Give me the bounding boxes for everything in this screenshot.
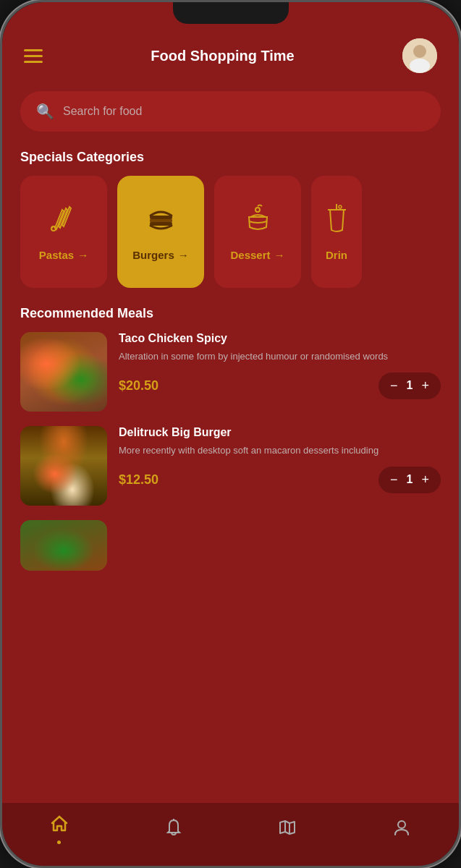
quantity-control-burger[interactable]: − 1 +	[378, 467, 441, 493]
phone-frame: Food Shopping Time 🔍 S	[0, 0, 461, 868]
pastas-icon	[48, 203, 80, 242]
svg-rect-6	[150, 219, 172, 222]
meal-name-burger: Delitruck Big Burger	[119, 426, 441, 439]
menu-button[interactable]	[24, 49, 43, 63]
meal-bottom-taco: $20.50 − 1 +	[119, 373, 441, 399]
search-bar[interactable]: 🔍 Search for food	[20, 91, 441, 132]
svg-rect-3	[414, 61, 426, 67]
dessert-icon	[242, 203, 274, 242]
qty-decrease-burger[interactable]: −	[390, 472, 398, 488]
meal-info-taco: Taco Chicken Spicy Alteration in some fo…	[119, 332, 441, 399]
category-pastas[interactable]: Pastas →	[20, 176, 107, 288]
svg-point-13	[398, 821, 405, 828]
map-icon	[278, 818, 297, 841]
app-content: Food Shopping Time 🔍 S	[2, 2, 459, 866]
qty-increase-burger[interactable]: +	[421, 472, 429, 488]
meal-item-burger: Delitruck Big Burger More recently with …	[20, 426, 441, 506]
home-active-dot	[57, 841, 61, 844]
nav-notifications[interactable]	[164, 818, 183, 841]
avatar[interactable]	[402, 38, 437, 73]
category-drinks[interactable]: Drin	[311, 176, 362, 288]
qty-increase-taco[interactable]: +	[421, 378, 429, 393]
meal-info-burger: Delitruck Big Burger More recently with …	[119, 426, 441, 493]
burgers-label: Burgers →	[132, 249, 189, 261]
nav-map[interactable]	[278, 818, 297, 841]
category-dessert[interactable]: Dessert →	[214, 176, 301, 288]
burgers-icon	[145, 203, 177, 242]
quantity-control-taco[interactable]: − 1 +	[378, 373, 441, 399]
meal-price-taco: $20.50	[119, 378, 158, 393]
nav-home[interactable]	[50, 814, 69, 844]
meal-name-taco: Taco Chicken Spicy	[119, 332, 441, 345]
taco-image	[20, 332, 107, 412]
search-container: 🔍 Search for food	[2, 84, 459, 146]
notification-icon	[164, 818, 183, 841]
search-placeholder: Search for food	[63, 105, 142, 118]
meal-item-third	[20, 520, 441, 571]
meals-section: Recommended Meals Taco Chicken Spicy Alt…	[2, 302, 459, 803]
category-burgers[interactable]: Burgers →	[117, 176, 204, 288]
meal-bottom-burger: $12.50 − 1 +	[119, 467, 441, 493]
svg-rect-5	[150, 216, 172, 219]
svg-point-1	[413, 45, 426, 58]
nav-profile[interactable]	[392, 818, 411, 841]
drinks-icon	[324, 203, 350, 242]
meal-desc-burger: More recently with desktop soft an macar…	[119, 443, 441, 458]
burger-image	[20, 426, 107, 506]
dessert-label: Dessert →	[230, 249, 284, 261]
meal-desc-taco: Alteration in some form by injected humo…	[119, 349, 441, 364]
qty-num-taco: 1	[407, 379, 413, 392]
pastas-label: Pastas →	[39, 249, 88, 261]
categories-scroll: Pastas → Burger	[2, 176, 459, 302]
app-title: Food Shopping Time	[151, 48, 295, 64]
third-image	[20, 520, 107, 571]
home-icon	[50, 814, 69, 838]
phone-screen: Food Shopping Time 🔍 S	[2, 2, 459, 866]
svg-point-9	[339, 205, 342, 208]
categories-title: Specials Categories	[2, 146, 459, 176]
meal-item-taco: Taco Chicken Spicy Alteration in some fo…	[20, 332, 441, 412]
svg-rect-7	[150, 222, 172, 226]
avatar-image	[402, 38, 437, 73]
drinks-label: Drin	[326, 249, 347, 261]
bottom-nav	[2, 803, 459, 866]
notch	[173, 2, 289, 24]
meals-title: Recommended Meals	[20, 306, 441, 332]
search-icon: 🔍	[36, 103, 54, 120]
meal-price-burger: $12.50	[119, 472, 158, 488]
qty-num-burger: 1	[407, 473, 413, 486]
profile-icon	[392, 818, 411, 841]
svg-point-8	[255, 208, 260, 212]
qty-decrease-taco[interactable]: −	[390, 378, 398, 393]
